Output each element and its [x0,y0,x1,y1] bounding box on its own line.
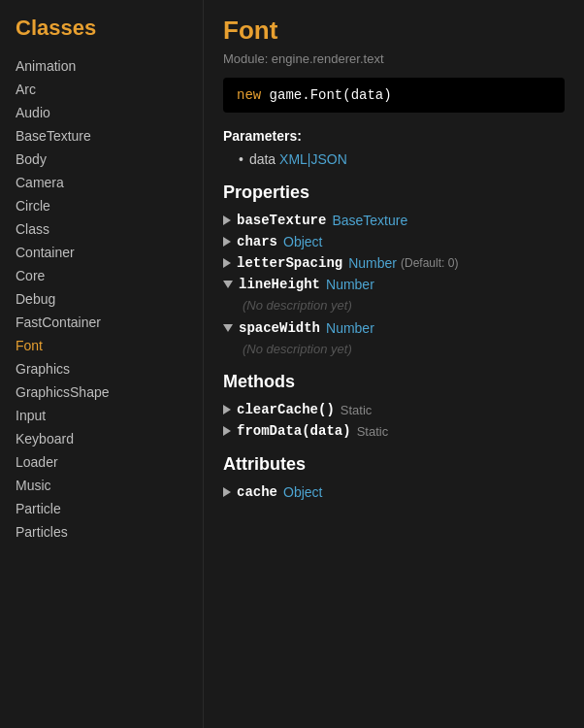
sidebar-item-animation[interactable]: Animation [16,54,203,78]
method-name: clearCache() [237,402,335,417]
param-type: XML|JSON [279,151,347,167]
constructor-code: new game.Font(data) [223,78,565,113]
parameters-list: •data XML|JSON [223,151,565,167]
parameter-item: •data XML|JSON [239,151,565,167]
attributes-list: cacheObject [223,484,565,500]
module-label: Module: engine.renderer.text [223,51,565,66]
sidebar-item-circle[interactable]: Circle [16,194,203,217]
sidebar-item-body[interactable]: Body [16,148,203,171]
sidebar: Classes AnimationArcAudioBaseTextureBody… [0,0,204,728]
sidebar-item-audio[interactable]: Audio [16,101,203,124]
properties-section-title: Properties [223,182,565,203]
property-row[interactable]: baseTextureBaseTexture [223,213,565,228]
method-row[interactable]: fromData(data)Static [223,423,565,439]
sidebar-item-arc[interactable]: Arc [16,78,203,101]
sidebar-item-music[interactable]: Music [16,474,203,497]
sidebar-item-input[interactable]: Input [16,404,203,427]
sidebar-item-graphicsshape[interactable]: GraphicsShape [16,381,203,404]
property-name: spaceWidth [239,320,320,336]
methods-section-title: Methods [223,372,565,392]
property-type: Object [283,234,322,249]
sidebar-item-graphics[interactable]: Graphics [16,357,203,381]
sidebar-item-keyboard[interactable]: Keyboard [16,427,203,450]
sidebar-item-particle[interactable]: Particle [16,497,203,520]
bullet: • [239,151,243,167]
expand-icon[interactable] [223,324,233,332]
code-constructor-text: game.Font(data) [261,87,391,103]
parameters-label: Parameters: [223,128,565,144]
property-row[interactable]: spaceWidthNumber [223,320,565,336]
property-extra: (Default: 0) [401,256,458,270]
main-content: Font Module: engine.renderer.text new ga… [204,0,584,728]
method-badge: Static [341,403,373,417]
property-type: BaseTexture [332,213,407,228]
attribute-row[interactable]: cacheObject [223,484,565,500]
property-name: lineHeight [239,277,320,292]
properties-list: baseTextureBaseTexturecharsObjectletterS… [223,213,565,356]
sidebar-items-container: AnimationArcAudioBaseTextureBodyCameraCi… [16,54,203,544]
expand-icon[interactable] [223,215,231,225]
property-name: baseTexture [237,213,326,228]
sidebar-item-class[interactable]: Class [16,217,203,241]
expand-icon[interactable] [223,487,231,497]
expand-icon[interactable] [223,281,233,288]
property-name: chars [237,234,277,249]
property-row[interactable]: charsObject [223,234,565,249]
method-badge: Static [357,424,389,439]
attribute-type: Object [283,484,322,500]
expand-icon[interactable] [223,258,231,268]
property-name: letterSpacing [237,255,342,271]
property-type: Number [348,255,397,271]
expand-icon[interactable] [223,426,231,436]
sidebar-item-camera[interactable]: Camera [16,171,203,194]
attributes-section-title: Attributes [223,454,565,475]
sidebar-item-basetexture[interactable]: BaseTexture [16,124,203,148]
property-type: Number [326,320,374,336]
method-name: fromData(data) [237,423,351,439]
sidebar-item-container[interactable]: Container [16,241,203,264]
attribute-name: cache [237,484,277,500]
expand-icon[interactable] [223,237,231,247]
page-title: Font [223,16,565,46]
no-description: (No description yet) [243,342,565,356]
sidebar-item-font[interactable]: Font [16,334,203,357]
code-new-keyword: new [237,87,261,103]
sidebar-item-loader[interactable]: Loader [16,450,203,474]
methods-list: clearCache()StaticfromData(data)Static [223,402,565,439]
param-name: data [249,151,279,167]
sidebar-item-core[interactable]: Core [16,264,203,287]
sidebar-item-fastcontainer[interactable]: FastContainer [16,311,203,334]
property-row[interactable]: lineHeightNumber [223,277,565,292]
property-row[interactable]: letterSpacingNumber(Default: 0) [223,255,565,271]
expand-icon[interactable] [223,405,231,414]
sidebar-item-debug[interactable]: Debug [16,287,203,311]
no-description: (No description yet) [243,298,565,313]
method-row[interactable]: clearCache()Static [223,402,565,417]
property-type: Number [326,277,374,292]
sidebar-item-particles[interactable]: Particles [16,520,203,544]
sidebar-title: Classes [16,16,203,41]
